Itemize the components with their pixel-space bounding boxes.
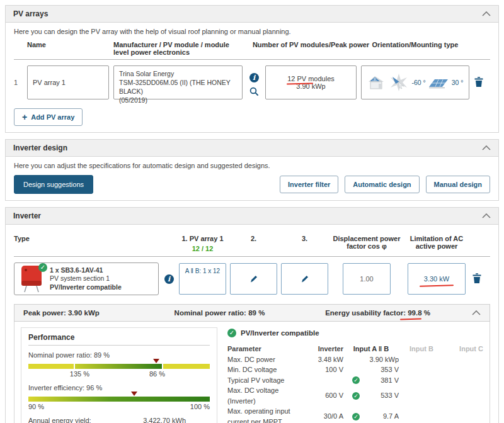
pencil-edit-icon xyxy=(249,274,258,283)
ac-limit-value: 3.30 kW xyxy=(424,275,449,283)
compatible-check-icon xyxy=(38,263,47,272)
inverter-panel-header: Inverter xyxy=(6,208,498,225)
header-parameter: Parameter xyxy=(227,344,299,354)
collapse-chevron-icon[interactable] xyxy=(482,11,491,16)
inverter-card[interactable]: 1 x SB3.6-1AV-41 PV system section 1 PV/… xyxy=(14,262,159,295)
roof-house-icon xyxy=(367,74,386,91)
compatibility-section: PV/Inverter compatible Parameter Inverte… xyxy=(227,327,483,423)
delete-inverter-icon[interactable] xyxy=(472,273,482,284)
inverter-design-description: Here you can adjust the specifications f… xyxy=(14,162,490,169)
pv-module-selector[interactable]: Trina Solar Energy TSM-325DD06M.05 (II) … xyxy=(113,65,243,99)
pv-arrays-panel-header: PV arrays xyxy=(6,6,498,23)
tilt-value: 30 ° xyxy=(452,79,464,86)
module-count: 12 PV modules xyxy=(287,75,335,82)
pv-arrays-column-headers: Name Manufacturer / PV module / module l… xyxy=(14,41,490,60)
column-ac-limit: Limitation of AC active power xyxy=(405,235,468,250)
inverter-title: Inverter xyxy=(13,212,41,220)
column-manufacturer: Manufacturer / PV module / module level … xyxy=(113,41,243,56)
gauge-marker xyxy=(131,392,137,396)
module-model: TSM-325DD06M.05 (II) (THE HONEY BLACK) xyxy=(119,78,237,96)
collapse-chevron-icon[interactable] xyxy=(482,145,491,150)
inverter-model: 1 x SB3.6-1AV-41 xyxy=(50,266,122,275)
inverter-detail-area: Performance Nominal power ratio: 89 % 13… xyxy=(14,322,490,423)
inverter-filter-button[interactable]: Inverter filter xyxy=(280,176,338,193)
inverter-info-icon[interactable] xyxy=(164,274,174,284)
input-1-config-box[interactable]: A ‖ B: 1 x 12 xyxy=(179,263,226,295)
inverter-design-panel-header: Inverter design xyxy=(6,140,498,157)
summary-energy-usability: Energy usability factor: 99.8 % xyxy=(325,309,430,317)
compat-table-row: Min. DC voltage 100 V 353 V xyxy=(227,364,483,375)
energy-usability-value: 99.8 % xyxy=(408,309,430,317)
pv-system-section: PV system section 1 xyxy=(50,274,122,283)
magnifier-icon[interactable] xyxy=(249,87,259,96)
nominal-power-ratio-label: Nominal power ratio: 89 % xyxy=(28,351,210,359)
module-count-box[interactable]: 12 PV modules 3.90 kWp xyxy=(265,65,357,99)
cos-phi-box[interactable]: 1.00 xyxy=(343,263,391,295)
column-input-3: 3. xyxy=(281,235,328,242)
row-index: 1 xyxy=(14,79,23,86)
summary-nominal-power-ratio: Nominal power ratio: 89 % xyxy=(175,309,326,317)
pv-arrays-description: Here you can design the PV array with th… xyxy=(14,28,490,35)
manual-design-button[interactable]: Manual design xyxy=(426,176,490,193)
cos-phi-value: 1.00 xyxy=(360,275,373,283)
summary-peak-power: Peak power: 3.90 kWp xyxy=(23,309,175,317)
module-info-icon[interactable] xyxy=(249,73,259,82)
header-input-ab: Input A ‖ B xyxy=(343,344,399,354)
column-modules: Number of PV modules/Peak power xyxy=(265,41,357,48)
annotation-underline-red xyxy=(420,285,454,286)
header-inverter: Inverter xyxy=(299,344,343,354)
inverter-panel: Inverter Type 1. PV array 1 12 / 12 2. 3… xyxy=(5,207,499,423)
npr-tick-left: 135 % xyxy=(70,370,89,378)
tilt-panel-icon xyxy=(428,76,449,89)
inverter-design-title: Inverter design xyxy=(13,144,67,152)
pv-arrays-panel: PV arrays Here you can design the PV arr… xyxy=(5,5,499,133)
inverter-column-headers: Type 1. PV array 1 12 / 12 2. 3. Displac… xyxy=(14,230,490,257)
column-input-2: 2. xyxy=(230,235,277,242)
compat-table-header: Parameter Inverter Input A ‖ B Input B I… xyxy=(227,344,483,354)
input-1-config: A ‖ B: 1 x 12 xyxy=(185,268,220,274)
column-name: Name xyxy=(27,41,109,48)
orientation-box[interactable]: -60 ° 30 ° xyxy=(361,65,469,99)
add-pv-array-button[interactable]: + Add PV array xyxy=(14,108,83,126)
module-date: (05/2019) xyxy=(119,96,237,104)
annotation-underline-red xyxy=(400,319,421,320)
pv-array-name-input[interactable] xyxy=(27,65,109,99)
column-type: Type xyxy=(14,235,159,242)
collapse-chevron-icon[interactable] xyxy=(482,213,491,218)
inverter-efficiency-gauge xyxy=(28,397,210,402)
ac-limit-box[interactable]: 3.30 kW xyxy=(408,263,466,295)
automatic-design-button[interactable]: Automatic design xyxy=(345,176,419,193)
compatibility-status: PV/Inverter compatible xyxy=(50,283,122,292)
compatibility-table: Parameter Inverter Input A ‖ B Input B I… xyxy=(227,344,483,423)
nominal-power-ratio-gauge xyxy=(28,364,210,369)
collapse-chevron-icon[interactable] xyxy=(472,310,481,315)
design-suggestions-button[interactable]: Design suggestions xyxy=(14,175,93,194)
column-cos-phi: Displacement power factor cos φ xyxy=(332,235,401,250)
compat-table-row: Max. operating input current per MPPT 30… xyxy=(227,406,483,423)
column-pv-array-1: 1. PV array 1 xyxy=(179,235,226,242)
input-2-edit-box[interactable] xyxy=(230,263,277,295)
pv-array-row: 1 Trina Solar Energy TSM-325DD06M.05 (II… xyxy=(14,60,490,102)
header-input-c: Input C xyxy=(444,344,483,354)
compatibility-title: PV/Inverter compatible xyxy=(241,329,319,337)
pv-arrays-title: PV arrays xyxy=(13,9,48,18)
compass-azimuth-icon xyxy=(389,73,409,92)
input-3-edit-box[interactable] xyxy=(281,263,328,295)
stat-row: Annual energy yield: 3,422.70 kWh xyxy=(28,416,210,423)
inverter-summary-bar: Peak power: 3.90 kWp Nominal power ratio… xyxy=(14,304,490,322)
performance-title: Performance xyxy=(28,333,210,346)
assigned-modules-count: 12 / 12 xyxy=(179,245,226,252)
pencil-edit-icon xyxy=(301,274,309,283)
column-orientation: Orientation/Mounting type xyxy=(361,41,469,48)
performance-box: Performance Nominal power ratio: 89 % 13… xyxy=(21,327,217,423)
compat-table-row: Max. DC voltage (Inverter) 600 V 533 V xyxy=(227,385,483,406)
compat-table-row: Typical PV voltage 381 V xyxy=(227,375,483,386)
gauge-marker xyxy=(153,359,159,363)
delete-pv-array-icon[interactable] xyxy=(474,76,484,87)
eff-tick-left: 90 % xyxy=(28,403,44,410)
header-input-b: Input B xyxy=(399,344,444,354)
module-manufacturer: Trina Solar Energy xyxy=(119,69,237,78)
inverter-efficiency-label: Inverter efficiency: 96 % xyxy=(28,384,210,392)
azimuth-value: -60 ° xyxy=(411,79,425,86)
check-circle-icon xyxy=(352,392,360,400)
